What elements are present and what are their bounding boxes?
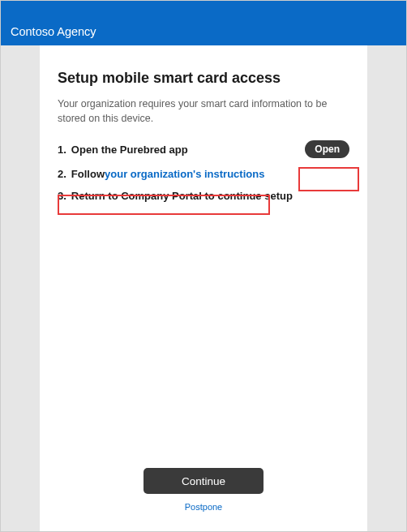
step-2-prefix: Follow bbox=[71, 168, 105, 180]
step-1: 1. Open the Purebred app Open bbox=[58, 140, 349, 158]
postpone-link[interactable]: Postpone bbox=[185, 502, 222, 512]
step-2: 2. Follow your organization's instructio… bbox=[58, 168, 349, 180]
page-title: Setup mobile smart card access bbox=[58, 70, 349, 87]
org-name: Contoso Agency bbox=[11, 25, 96, 38]
step-2-number: 2. bbox=[58, 168, 66, 180]
page-subtitle: Your organization requires your smart ca… bbox=[58, 97, 349, 126]
content-backdrop: Setup mobile smart card access Your orga… bbox=[1, 45, 406, 531]
step-1-number: 1. bbox=[58, 144, 66, 156]
steps-list: 1. Open the Purebred app Open 2. Follow … bbox=[58, 140, 349, 212]
org-instructions-link[interactable]: your organization's instructions bbox=[105, 168, 264, 180]
app-header: Contoso Agency bbox=[1, 1, 406, 45]
step-3: 3. Return to Company Portal to continue … bbox=[58, 190, 349, 202]
step-3-number: 3. bbox=[58, 190, 66, 202]
bottom-actions: Continue Postpone bbox=[58, 468, 349, 517]
step-3-text: Return to Company Portal to continue set… bbox=[71, 190, 293, 202]
step-1-text: Open the Purebred app bbox=[71, 144, 188, 156]
open-button[interactable]: Open bbox=[305, 140, 349, 158]
continue-button[interactable]: Continue bbox=[144, 468, 263, 494]
setup-card: Setup mobile smart card access Your orga… bbox=[40, 45, 367, 531]
